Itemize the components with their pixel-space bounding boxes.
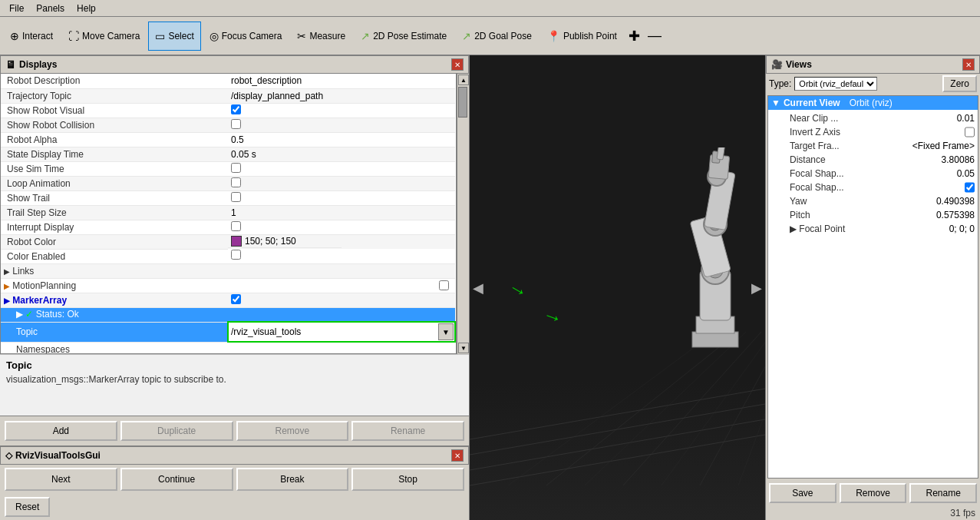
checkmark-icon: ✓ [25,309,33,320]
scroll-thumb[interactable] [458,87,467,118]
prop-label: Interrupt Display [1,220,228,234]
viewport-collapse-left[interactable]: ◀ [470,277,487,300]
pitch-row: Pitch 0.575398 [771,208,975,222]
table-row: Trail Step Size 1 [1,205,455,220]
displays-close-button[interactable]: ✕ [451,58,464,71]
views-save-button[interactable]: Save [769,483,836,503]
focal-point-expand[interactable]: ▶ Focal Point [790,224,845,234]
displays-icon: 🖥 [5,58,16,71]
reset-button[interactable]: Reset [5,497,50,517]
topic-dropdown-button[interactable]: ▼ [438,323,454,340]
measure-button[interactable]: ✂ Measure [290,22,352,51]
prop-label: Show Robot Visual [1,103,228,118]
views-panel: 🎥 Views ✕ Type: Orbit (rviz_defaul Zero … [765,55,980,520]
table-row: Trajectory Topic /display_planned_path [1,88,455,103]
status-label: ▶ ✓ Status: Ok [1,307,455,322]
views-type-row: Type: Orbit (rviz_defaul Zero [766,74,980,94]
views-type-select[interactable]: Orbit (rviz_defaul [794,77,877,91]
links-expand-icon: ▶ [4,267,10,276]
show-trail-checkbox[interactable] [231,192,241,202]
publish-point-button[interactable]: 📍 Publish Point [540,22,624,51]
prop-label[interactable]: ▶ MotionPlanning [1,278,455,293]
interrupt-display-checkbox[interactable] [231,221,241,231]
scroll-down-button[interactable]: ▼ [458,343,469,353]
views-content: ▼ Current View Orbit (rviz) Near Clip ..… [767,95,978,479]
duplicate-button[interactable]: Duplicate [120,421,233,441]
current-view-type: Orbit (rviz) [850,98,893,108]
focal-point-value: 0; 0; 0 [949,224,975,234]
topic-input-cell: ▼ [228,322,455,342]
menu-file[interactable]: File [3,2,30,15]
viewport[interactable]: → → ◀ ▶ [470,55,765,520]
prop-label[interactable]: ▶ Links [1,263,455,278]
scroll-up-button[interactable]: ▲ [458,75,469,85]
loop-animation-checkbox[interactable] [231,177,241,187]
table-row: Robot Description robot_description [1,74,455,88]
remove-button[interactable]: Remove [236,421,349,441]
rviz-panel-content: Next Continue Break Stop [0,465,469,494]
rename-button[interactable]: Rename [351,421,464,441]
rviz-panel-title: ◇ RvizVisualToolsGui [5,450,101,461]
markerarray-checkbox[interactable] [231,294,241,304]
target-frame-value: <Fixed Frame> [912,141,975,151]
current-view-item[interactable]: ▼ Current View Orbit (rviz) [768,96,978,110]
next-button[interactable]: Next [5,468,117,491]
interact-button[interactable]: ⊕ Interact [3,22,60,51]
prop-label: Loop Animation [1,176,228,190]
select-button[interactable]: ▭ Select [148,22,200,51]
target-frame-row: Target Fra... <Fixed Frame> [771,139,975,153]
prop-label: Robot Alpha [1,132,228,147]
bottom-buttons: Add Duplicate Remove Rename [0,416,469,445]
show-robot-collision-checkbox[interactable] [231,119,241,129]
views-title: 🎥 Views [771,59,812,70]
table-row: State Display Time 0.05 s [1,147,455,161]
views-type-label: Type: [769,78,791,89]
topic-input[interactable] [229,323,438,340]
prop-label: Trail Step Size [1,205,228,220]
focus-camera-button[interactable]: ◎ Focus Camera [203,22,289,51]
scrollbar[interactable]: ▲ ▼ [457,74,469,354]
invert-z-checkbox[interactable] [965,127,975,137]
views-zero-button[interactable]: Zero [942,75,977,92]
table-row: ▶ Links [1,263,455,278]
stop-button[interactable]: Stop [351,468,464,491]
add-button[interactable]: Add [5,421,117,441]
select-icon: ▭ [155,30,165,42]
break-button[interactable]: Break [236,468,349,491]
views-close-button[interactable]: ✕ [962,58,975,71]
current-view-label: Current View [784,98,840,108]
motionplanning-checkbox[interactable] [439,280,449,290]
robot-color-swatch[interactable] [231,236,242,247]
menu-panels[interactable]: Panels [30,2,71,15]
rviz-panel: ◇ RvizVisualToolsGui ✕ Next Continue Bre… [0,445,469,520]
color-enabled-checkbox[interactable] [231,250,241,260]
focal-shape2-checkbox[interactable] [965,182,975,193]
add-tool-button[interactable]: ✚ [625,28,643,45]
distance-label: Distance [790,154,826,165]
focus-camera-icon: ◎ [210,30,219,42]
views-rename-button[interactable]: Rename [909,483,977,503]
menu-help[interactable]: Help [71,2,102,15]
pose-estimate-button[interactable]: ↗ 2D Pose Estimate [354,22,454,51]
show-robot-visual-checkbox[interactable] [231,104,241,114]
remove-tool-button[interactable]: — [645,28,665,44]
rviz-close-button[interactable]: ✕ [451,449,464,462]
table-row: Use Sim Time [1,161,455,176]
views-bottom-buttons: Save Remove Rename [766,480,980,506]
views-remove-button[interactable]: Remove [840,483,907,503]
goal-pose-button[interactable]: ↗ 2D Goal Pose [455,22,539,51]
focal-shape1-row: Focal Shap... 0.05 [771,167,975,181]
prop-label: Show Robot Collision [1,118,228,132]
prop-value [228,293,455,307]
yaw-label: Yaw [790,196,807,207]
prop-label: Robot Color [1,234,228,249]
prop-label: Color Enabled [1,249,228,263]
yaw-row: Yaw 0.490398 [771,194,975,208]
continue-button[interactable]: Continue [120,468,233,491]
viewport-collapse-right[interactable]: ▶ [748,277,765,300]
properties-table: Robot Description robot_description Traj… [1,74,456,354]
move-camera-button[interactable]: ⛶ Move Camera [61,22,147,51]
invert-z-row: Invert Z Axis [771,125,975,139]
use-sim-time-checkbox[interactable] [231,163,241,173]
topic-label: Topic [1,322,228,342]
